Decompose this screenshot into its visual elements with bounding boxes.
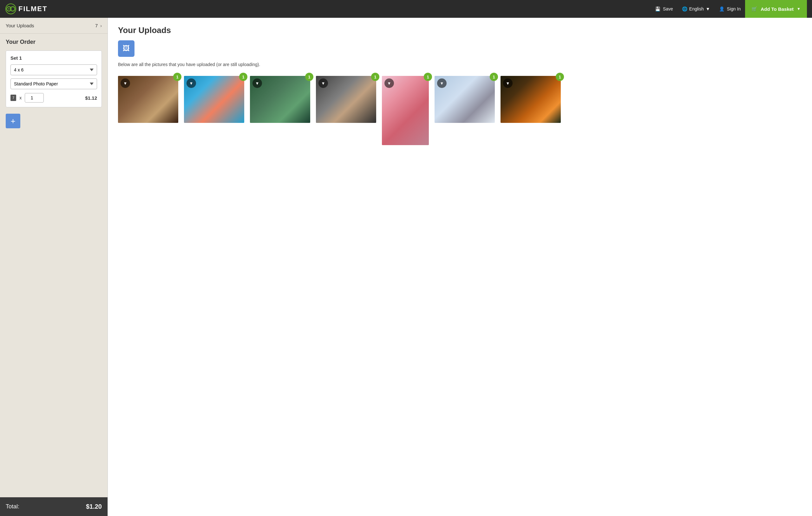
size-select-row: 4 x 6 5 x 7 8 x 10 [10,64,97,75]
user-icon: 👤 [719,6,724,11]
list-item[interactable]: ▼ 1 [316,76,376,145]
logo: FILMET [5,3,47,15]
sign-in-button[interactable]: 👤 Sign In [715,4,745,14]
sidebar-header: Your Uploads 7 › [0,18,108,34]
main-content: Your Uploads 🖼 Below are all the picture… [108,18,812,516]
photo-count-badge: 1 [305,73,313,81]
photo-dropdown-button[interactable]: ▼ [253,78,262,88]
language-button[interactable]: 🌐 English ▼ [677,4,715,14]
photo-count-badge: 1 [490,73,498,81]
sidebar: Your Uploads 7 › Your Order Set 1 4 x 6 … [0,18,108,516]
your-order-section: Your Order Set 1 4 x 6 5 x 7 8 x 10 Stan… [0,34,108,497]
quantity-input[interactable] [25,93,44,103]
logo-icon [5,3,17,15]
set-1-box: Set 1 4 x 6 5 x 7 8 x 10 Standard Photo … [6,51,102,107]
lang-chevron-icon: ▼ [706,6,710,11]
list-item[interactable]: ▼ 1 [118,76,178,145]
photo-count-badge: 1 [424,73,432,81]
list-item[interactable]: ▼ 1 [382,76,429,145]
paper-select[interactable]: Standard Photo Paper Glossy Photo Paper … [10,78,97,89]
photo-dropdown-button[interactable]: ▼ [186,78,196,88]
add-to-basket-button[interactable]: 🛒 Add To Basket ▼ [745,0,807,18]
upload-icon: 🖼 [123,45,130,53]
photo-dropdown-button[interactable]: ▼ [437,78,446,88]
total-label: Total: [6,503,19,510]
photo-dropdown-button[interactable]: ▼ [318,78,328,88]
uploads-count: 7 [95,23,98,28]
photo-count-icon: 7 [10,94,16,101]
photo-dropdown-button[interactable]: ▼ [120,78,130,88]
header: FILMET 💾 Save 🌐 English ▼ 👤 Sign In 🛒 Ad… [0,0,812,18]
total-value: $1.20 [86,503,102,510]
list-item[interactable]: ▼ 1 [435,76,495,145]
photo-count-badge: 1 [556,73,564,81]
page-container: Your Uploads 7 › Your Order Set 1 4 x 6 … [0,18,812,516]
list-item[interactable]: ▼ 1 [184,76,244,145]
basket-chevron-icon: ▼ [797,7,801,11]
paper-select-row: Standard Photo Paper Glossy Photo Paper … [10,78,97,89]
list-item[interactable]: ▼ 1 [250,76,310,145]
your-order-title: Your Order [6,39,102,46]
cart-icon: 🛒 [751,6,757,12]
sidebar-footer: Total: $1.20 [0,497,108,516]
sidebar-arrow-icon: › [100,23,102,28]
set-price: $1.12 [85,95,97,101]
language-label: English [689,6,704,11]
svg-point-3 [8,8,9,9]
list-item[interactable]: ▼ 1 [500,76,561,145]
add-set-button[interactable]: + [6,114,20,128]
upload-photos-button[interactable]: 🖼 [118,40,135,57]
photo-count-badge: 1 [173,73,181,81]
photo-dropdown-button[interactable]: ▼ [384,78,394,88]
save-label: Save [663,6,673,11]
set-1-title: Set 1 [10,55,97,61]
size-select[interactable]: 4 x 6 5 x 7 8 x 10 [10,64,97,75]
photo-count-badge: 1 [239,73,248,81]
photo-dropdown-button[interactable]: ▼ [503,78,513,88]
photo-count-badge: 1 [371,73,379,81]
sign-in-label: Sign In [727,6,741,11]
save-icon: 💾 [655,6,660,11]
photo-grid: ▼ 1 ▼ 1 ▼ 1 ▼ 1 ▼ 1 [118,76,802,145]
globe-icon: 🌐 [682,6,687,11]
uploads-sidebar-label: Your Uploads [6,23,34,28]
add-basket-label: Add To Basket [761,6,793,12]
quantity-row: 7 x $1.12 [10,93,97,103]
multiply-symbol: x [19,95,22,100]
logo-text: FILMET [19,5,47,13]
page-title: Your Uploads [118,25,802,35]
save-button[interactable]: 💾 Save [650,4,677,14]
upload-description: Below are all the pictures that you have… [118,62,802,67]
